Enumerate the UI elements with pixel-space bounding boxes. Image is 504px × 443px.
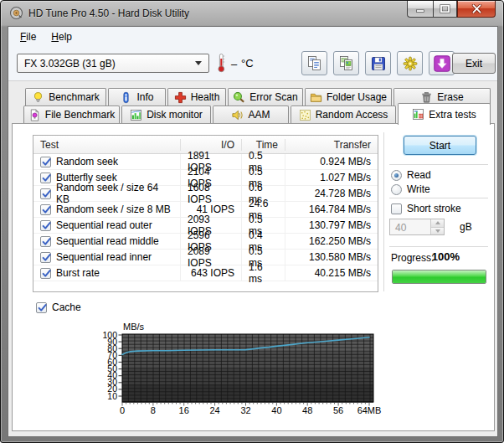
aam-icon bbox=[231, 109, 244, 121]
row-checkbox[interactable] bbox=[40, 188, 51, 199]
test-cell: Sequential read middle bbox=[33, 234, 181, 249]
progress-bar bbox=[392, 270, 486, 284]
size-spinner: 40 bbox=[389, 219, 445, 235]
row-checkbox[interactable] bbox=[40, 236, 51, 247]
benchmark-icon bbox=[32, 91, 44, 104]
tab-benchmark[interactable]: Benchmark bbox=[25, 88, 106, 106]
svg-text:10: 10 bbox=[107, 391, 117, 401]
test-table: TestI/OTimeTransferRandom seek1891 IOPS0… bbox=[33, 135, 378, 292]
short-stroke-label: Short stroke bbox=[407, 203, 461, 214]
tab-label: Erase bbox=[437, 91, 463, 103]
row-checkbox[interactable] bbox=[40, 204, 51, 215]
tab-label: Info bbox=[136, 91, 153, 103]
spin-down-button bbox=[431, 228, 444, 235]
tab-info[interactable]: Info bbox=[108, 88, 166, 106]
tab-file-benchmark[interactable]: File Benchmark bbox=[23, 106, 120, 123]
test-name: Random seek bbox=[56, 156, 118, 167]
tab-label: Folder Usage bbox=[327, 91, 387, 103]
radio-dot bbox=[391, 170, 402, 181]
size-value: 40 bbox=[390, 219, 430, 234]
error-scan-icon bbox=[233, 91, 245, 104]
tab-label: Random Access bbox=[316, 109, 388, 121]
erase-icon bbox=[420, 91, 433, 104]
extra-tests-page: TestI/OTimeTransferRandom seek1891 IOPS0… bbox=[12, 123, 495, 431]
test-cell: Random seek / size 64 KB bbox=[33, 186, 181, 201]
svg-text:8: 8 bbox=[151, 405, 156, 415]
test-name: Random seek / size 8 MB bbox=[56, 203, 171, 215]
window-title: HD Tune Pro 4.50 - Hard Disk Utility bbox=[28, 8, 189, 19]
io-cell: 643 IOPS bbox=[181, 265, 242, 281]
test-cell: Burst rate bbox=[33, 265, 181, 281]
spin-up-button bbox=[431, 219, 444, 228]
transfer-cell: 164.784 MB/s bbox=[285, 202, 378, 217]
test-name: Burst rate bbox=[56, 267, 100, 279]
tab-extra-tests[interactable]: Extra tests bbox=[398, 103, 491, 125]
file-benchmark-icon bbox=[28, 109, 41, 121]
short-stroke-checkbox[interactable]: Short stroke bbox=[391, 203, 461, 214]
tab-folder-usage[interactable]: Folder Usage bbox=[305, 88, 392, 106]
health-icon bbox=[174, 91, 187, 104]
read-radio[interactable]: Read bbox=[391, 169, 431, 181]
random-access-icon bbox=[299, 109, 311, 121]
triangle-up-icon bbox=[435, 221, 440, 224]
minimize-button[interactable] bbox=[407, 1, 433, 18]
client-area: FileHelp FX 3.032GB (31 gB) – °C Exit Be… bbox=[8, 26, 498, 437]
transfer-cell: 24.728 MB/s bbox=[285, 186, 378, 201]
tab-error-scan[interactable]: Error Scan bbox=[228, 88, 303, 106]
tab-strip: BenchmarkInfoHealthError ScanFolder Usag… bbox=[8, 27, 497, 127]
io-cell: 1608 IOPS bbox=[181, 186, 242, 201]
tab-disk-monitor[interactable]: Disk monitor bbox=[121, 106, 211, 123]
row-checkbox[interactable] bbox=[40, 268, 51, 279]
start-button[interactable]: Start bbox=[404, 136, 476, 155]
spin-buttons bbox=[430, 219, 444, 234]
checkbox-box bbox=[36, 302, 47, 313]
checkbox-box bbox=[391, 203, 402, 214]
column-header-i-o[interactable]: I/O bbox=[181, 139, 242, 151]
test-cell: Sequential read outer bbox=[33, 218, 181, 233]
separator bbox=[389, 246, 488, 248]
row-checkbox[interactable] bbox=[40, 157, 51, 167]
column-header-test[interactable]: Test bbox=[33, 139, 181, 151]
row-checkbox[interactable] bbox=[40, 220, 51, 231]
row-checkbox[interactable] bbox=[40, 252, 51, 263]
maximize-icon bbox=[440, 4, 450, 13]
table-row[interactable]: Sequential read inner2089 IOPS0.5 ms130.… bbox=[33, 250, 378, 265]
tab-label: Disk monitor bbox=[147, 109, 203, 121]
svg-text:0: 0 bbox=[120, 405, 125, 415]
test-name: Sequential read middle bbox=[56, 235, 159, 247]
svg-text:40: 40 bbox=[271, 405, 281, 415]
cache-checkbox[interactable]: Cache bbox=[36, 301, 81, 313]
tab-random-access[interactable]: Random Access bbox=[291, 106, 396, 123]
tab-label: Health bbox=[191, 91, 220, 103]
column-header-time[interactable]: Time bbox=[242, 139, 285, 151]
close-button[interactable] bbox=[457, 1, 496, 18]
svg-text:16: 16 bbox=[179, 405, 189, 415]
separator bbox=[389, 198, 488, 199]
progress-value: 100% bbox=[419, 250, 460, 263]
app-window: HD Tune Pro 4.50 - Hard Disk Utility Fil… bbox=[0, 0, 504, 443]
tab-label: Error Scan bbox=[249, 91, 297, 103]
hard-disk-icon bbox=[9, 6, 23, 20]
radio-label: Write bbox=[407, 183, 430, 195]
transfer-cell: 1.027 MB/s bbox=[285, 170, 378, 185]
maximize-button[interactable] bbox=[433, 1, 457, 18]
tab-label: File Benchmark bbox=[45, 109, 115, 121]
write-radio[interactable]: Write bbox=[391, 183, 430, 195]
column-header-transfer[interactable]: Transfer bbox=[285, 139, 378, 151]
folder-icon bbox=[310, 91, 322, 104]
separator bbox=[389, 164, 488, 166]
tab-aam[interactable]: AAM bbox=[213, 106, 289, 123]
test-cell: Sequential read inner bbox=[33, 250, 181, 265]
table-row[interactable]: Burst rate643 IOPS1.6 ms40.215 MB/s bbox=[33, 265, 378, 281]
tab-health[interactable]: Health bbox=[167, 88, 226, 106]
triangle-down-icon bbox=[435, 229, 440, 233]
minimize-icon bbox=[415, 4, 426, 13]
row-checkbox[interactable] bbox=[40, 173, 51, 183]
table-row[interactable]: Random seek / size 64 KB1608 IOPS0.6 ms2… bbox=[33, 186, 378, 202]
transfer-cell: 162.250 MB/s bbox=[285, 234, 378, 249]
window-controls bbox=[407, 1, 496, 18]
extra-tests-icon bbox=[412, 108, 424, 121]
svg-text:MB/s: MB/s bbox=[123, 322, 145, 332]
panel-divider bbox=[383, 132, 385, 291]
radio-label: Read bbox=[407, 169, 431, 181]
